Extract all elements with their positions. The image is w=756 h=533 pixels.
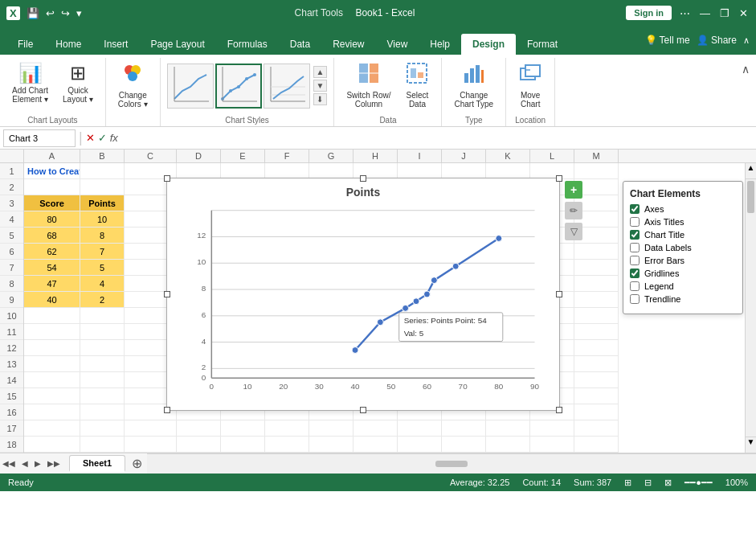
tab-insert[interactable]: Insert xyxy=(92,34,139,55)
cell-A16[interactable] xyxy=(24,404,80,420)
cell-F17[interactable] xyxy=(265,420,309,437)
cell-G17[interactable] xyxy=(309,420,353,437)
row-num-8[interactable]: 8 xyxy=(0,276,23,292)
sheet-nav-last[interactable]: ▶▶ xyxy=(45,459,63,468)
restore-button[interactable]: ❐ xyxy=(718,7,731,19)
cell-B7[interactable]: 5 xyxy=(80,260,125,276)
sheet-nav-next[interactable]: ▶ xyxy=(32,459,43,468)
formula-cancel-icon[interactable]: ✕ xyxy=(86,132,95,144)
chart-handle-tr[interactable] xyxy=(556,175,562,182)
cell-D18[interactable] xyxy=(177,437,221,453)
formula-confirm-icon[interactable]: ✓ xyxy=(98,132,107,144)
cell-A10[interactable] xyxy=(24,308,80,324)
cell-A9[interactable]: 40 xyxy=(24,292,80,308)
change-chart-type-button[interactable]: ChangeChart Type xyxy=(448,58,499,113)
gridlines-checkbox[interactable] xyxy=(630,269,640,278)
chart-handle-right[interactable] xyxy=(556,291,562,297)
cell-A14[interactable] xyxy=(24,372,80,388)
chart-style-btn[interactable]: ✏ xyxy=(565,202,582,219)
tab-view[interactable]: View xyxy=(376,34,419,55)
cell-L17[interactable] xyxy=(530,420,574,437)
sheet-tab-sheet1[interactable]: Sheet1 xyxy=(69,455,125,472)
cell-B3[interactable]: Points xyxy=(80,195,125,211)
cell-E1[interactable] xyxy=(221,163,265,179)
chart-container[interactable]: Points 0 2 4 6 8 10 12 xyxy=(166,178,560,411)
col-header-I[interactable]: I xyxy=(398,150,442,162)
cell-A11[interactable] xyxy=(24,324,80,340)
legend-checkbox[interactable] xyxy=(630,281,640,291)
cell-A17[interactable] xyxy=(24,420,80,437)
cell-I17[interactable] xyxy=(398,420,442,437)
axes-checkbox[interactable] xyxy=(630,204,640,214)
cell-B9[interactable]: 2 xyxy=(80,292,125,308)
cell-C18[interactable] xyxy=(125,437,177,453)
close-button[interactable]: ✕ xyxy=(738,7,750,19)
cell-B10[interactable] xyxy=(80,308,125,324)
formula-input[interactable] xyxy=(121,132,753,145)
minimize-button[interactable]: — xyxy=(698,7,712,19)
cell-B14[interactable] xyxy=(80,372,125,388)
cell-K17[interactable] xyxy=(486,420,530,437)
chart-handle-left[interactable] xyxy=(164,291,170,297)
row-num-12[interactable]: 12 xyxy=(0,340,23,356)
cell-L18[interactable] xyxy=(530,437,574,453)
tab-format[interactable]: Format xyxy=(516,34,569,55)
row-num-4[interactable]: 4 xyxy=(0,211,23,228)
tab-page-layout[interactable]: Page Layout xyxy=(139,34,215,55)
chart-handle-tl[interactable] xyxy=(164,175,170,182)
cell-J17[interactable] xyxy=(442,420,486,437)
data-point-1[interactable] xyxy=(352,347,358,354)
row-num-11[interactable]: 11 xyxy=(0,324,23,340)
cell-A7[interactable]: 54 xyxy=(24,260,80,276)
col-header-L[interactable]: L xyxy=(530,150,574,162)
undo-button[interactable]: ↩ xyxy=(44,7,56,19)
cell-F18[interactable] xyxy=(265,437,309,453)
cell-M9[interactable] xyxy=(574,292,619,308)
cell-G18[interactable] xyxy=(309,437,353,453)
cell-A2[interactable] xyxy=(24,179,80,195)
chart-handle-bl[interactable] xyxy=(164,407,170,413)
cell-B4[interactable]: 10 xyxy=(80,211,125,228)
gallery-scroll-up[interactable]: ▲ xyxy=(313,66,328,78)
col-header-K[interactable]: K xyxy=(486,150,530,162)
add-chart-element-button[interactable]: 📊 Add ChartElement ▾ xyxy=(6,58,54,108)
cell-M15[interactable] xyxy=(574,388,619,404)
cell-B1[interactable] xyxy=(80,163,125,179)
cell-B16[interactable] xyxy=(80,404,125,420)
cell-B18[interactable] xyxy=(80,437,125,453)
cell-B13[interactable] xyxy=(80,356,125,372)
cell-M11[interactable] xyxy=(574,324,619,340)
cell-H18[interactable] xyxy=(353,437,398,453)
data-point-7[interactable] xyxy=(452,263,459,269)
row-num-6[interactable]: 6 xyxy=(0,244,23,260)
cell-E18[interactable] xyxy=(221,437,265,453)
row-num-3[interactable]: 3 xyxy=(0,195,23,211)
cell-A8[interactable]: 47 xyxy=(24,276,80,292)
cell-H17[interactable] xyxy=(353,420,398,437)
cell-M8[interactable] xyxy=(574,276,619,292)
switch-row-column-button[interactable]: Switch Row/Column xyxy=(341,58,396,113)
collapse-ribbon-icon[interactable]: ∧ xyxy=(742,63,750,76)
col-header-E[interactable]: E xyxy=(221,150,265,162)
data-point-4[interactable] xyxy=(413,298,419,305)
cell-J1[interactable] xyxy=(442,163,486,179)
chart-handle-top[interactable] xyxy=(360,175,366,182)
chart-style-3[interactable] xyxy=(264,64,310,109)
vertical-scrollbar[interactable]: ▲ ▼ xyxy=(745,163,756,453)
cell-K18[interactable] xyxy=(486,437,530,453)
cell-A12[interactable] xyxy=(24,340,80,356)
ribbon-display-button[interactable]: ⋯ xyxy=(678,7,692,19)
tab-review[interactable]: Review xyxy=(321,34,375,55)
row-num-17[interactable]: 17 xyxy=(0,420,23,437)
cell-M7[interactable] xyxy=(574,260,619,276)
col-header-D[interactable]: D xyxy=(177,150,221,162)
cell-E17[interactable] xyxy=(221,420,265,437)
cell-A3[interactable]: Score xyxy=(24,195,80,211)
cell-M6[interactable] xyxy=(574,244,619,260)
change-colors-button[interactable]: ChangeColors ▾ xyxy=(112,58,153,113)
cell-B2[interactable] xyxy=(80,179,125,195)
chart-style-1[interactable] xyxy=(167,64,214,109)
axis-titles-checkbox[interactable] xyxy=(630,217,640,227)
chart-handle-bottom[interactable] xyxy=(360,407,366,413)
chart-handle-br[interactable] xyxy=(556,407,562,413)
